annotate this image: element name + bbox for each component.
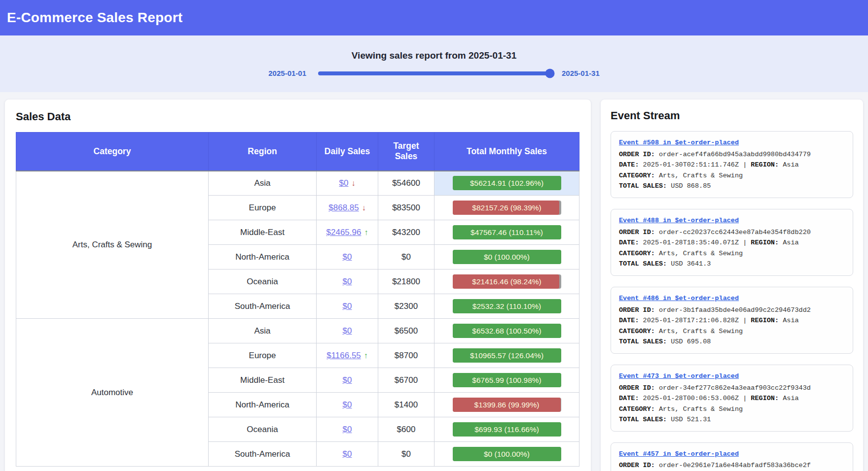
sales-table: CategoryRegionDaily SalesTarget SalesTot…: [16, 132, 579, 467]
sales-table-head-row: CategoryRegionDaily SalesTarget SalesTot…: [16, 133, 579, 171]
monthly-total-badge: $0 (100.00%): [453, 250, 561, 264]
date-slider[interactable]: [318, 71, 550, 75]
column-header: Target Sales: [378, 133, 434, 171]
daily-sales-link[interactable]: $0: [343, 375, 352, 385]
region-cell: Asia: [209, 171, 317, 196]
monthly-total-cell: $0 (100.00%): [434, 442, 579, 467]
event-field-label: DATE:: [619, 395, 639, 402]
event-line: CATEGORY: Arts, Crafts & Sewing: [619, 248, 845, 259]
monthly-total-cell: $0 (100.00%): [434, 245, 579, 269]
target-sales-cell: $54600: [378, 171, 434, 196]
daily-sales-cell: $2465.96↑: [317, 220, 378, 245]
daily-sales-cell: $0: [317, 417, 378, 442]
monthly-total-cell: $56214.91 (102.96%): [434, 171, 579, 196]
event-line: ORDER ID: order-cc20237cc62443ee87ab4e35…: [619, 227, 845, 238]
daily-sales-link[interactable]: $0: [339, 178, 349, 188]
sales-data-panel: Sales Data CategoryRegionDaily SalesTarg…: [5, 100, 591, 471]
sales-panel-title: Sales Data: [16, 110, 580, 123]
daily-sales-link[interactable]: $0: [343, 326, 352, 336]
daily-sales-cell: $0: [317, 393, 378, 417]
daily-sales-link[interactable]: $0: [343, 252, 352, 262]
event-field-label: TOTAL SALES:: [619, 182, 667, 190]
event-link[interactable]: Event #473 in $et-order-placed: [619, 371, 739, 382]
daily-sales-link[interactable]: $0: [343, 277, 352, 286]
slider-heading: Viewing sales report from 2025-01-31: [352, 50, 516, 61]
daily-sales-link[interactable]: $0: [343, 425, 352, 434]
event-field-label: DATE:: [619, 317, 639, 324]
target-sales-cell: $43200: [378, 220, 434, 245]
daily-sales-link[interactable]: $0: [343, 449, 352, 459]
arrow-up-icon: ↑: [364, 351, 368, 360]
event-line: TOTAL SALES: USD 3641.3: [619, 259, 845, 269]
region-cell: North-America: [209, 393, 317, 417]
daily-sales-link[interactable]: $2465.96: [326, 228, 362, 237]
slider-thumb[interactable]: [545, 68, 555, 78]
monthly-total-badge: $1399.86 (99.99%): [453, 398, 561, 412]
monthly-total-badge: $0 (100.00%): [453, 447, 561, 461]
region-cell: South-America: [209, 442, 317, 467]
event-line: ORDER ID: order-3b1faad35bde4e06ad99c2c2…: [619, 305, 845, 316]
target-sales-cell: $8700: [378, 343, 434, 368]
event-field-label: DATE:: [619, 239, 639, 246]
date-slider-section: Viewing sales report from 2025-01-31 202…: [0, 35, 868, 92]
monthly-total-badge: $56214.91 (102.96%): [453, 176, 561, 190]
app-header: E-Commerce Sales Report: [0, 0, 868, 35]
region-cell: Middle-East: [209, 368, 317, 393]
event-field-label: CATEGORY:: [619, 172, 655, 179]
event-link[interactable]: Event #457 in $et-order-placed: [619, 449, 739, 460]
event-line: TOTAL SALES: USD 695.08: [619, 336, 845, 347]
event-list: Event #508 in $et-order-placedORDER ID: …: [611, 131, 853, 471]
event-link[interactable]: Event #488 in $et-order-placed: [619, 215, 739, 226]
daily-sales-link[interactable]: $1166.55: [326, 351, 361, 360]
event-line: CATEGORY: Arts, Crafts & Sewing: [619, 404, 845, 415]
event-field-label: TOTAL SALES:: [619, 338, 667, 345]
table-row: Arts, Crafts & SewingAsia$0↓$54600$56214…: [16, 171, 579, 196]
monthly-total-badge: $47567.46 (110.11%): [453, 225, 561, 239]
event-field-label: REGION:: [751, 161, 779, 168]
monthly-total-badge: $6765.99 (100.98%): [453, 373, 561, 387]
badge-label: $82157.26 (98.39%): [453, 201, 561, 215]
event-link[interactable]: Event #508 in $et-order-placed: [619, 137, 739, 148]
badge-label: $2532.32 (110.10%): [453, 299, 561, 313]
daily-sales-link[interactable]: $868.85: [328, 203, 359, 212]
event-line: DATE: 2025-01-28T17:21:06.828Z | REGION:…: [619, 315, 845, 326]
arrow-up-icon: ↑: [364, 228, 368, 236]
event-line: DATE: 2025-01-28T18:35:40.071Z | REGION:…: [619, 237, 845, 248]
target-sales-cell: $600: [378, 417, 434, 442]
event-panel-title: Event Stream: [611, 109, 853, 122]
region-cell: Europe: [209, 196, 317, 220]
event-card: Event #508 in $et-order-placedORDER ID: …: [611, 131, 853, 198]
target-sales-cell: $6500: [378, 319, 434, 343]
monthly-total-badge: $2532.32 (110.10%): [453, 299, 561, 313]
target-sales-cell: $83500: [378, 196, 434, 220]
event-line: CATEGORY: Arts, Crafts & Sewing: [619, 170, 845, 181]
monthly-total-cell: $10965.57 (126.04%): [434, 343, 579, 368]
event-line: CATEGORY: Arts, Crafts & Sewing: [619, 326, 845, 337]
main-content: Sales Data CategoryRegionDaily SalesTarg…: [0, 92, 868, 471]
event-field-label: REGION:: [751, 317, 779, 324]
daily-sales-link[interactable]: $0: [343, 400, 352, 409]
event-field-label: DATE:: [619, 161, 639, 168]
daily-sales-cell: $1166.55↑: [317, 343, 378, 368]
event-line: ORDER ID: order-acef4fa66bd945a3abdd9980…: [619, 149, 845, 160]
event-card: Event #473 in $et-order-placedORDER ID: …: [611, 365, 853, 432]
target-sales-cell: $1400: [378, 393, 434, 417]
target-sales-cell: $0: [378, 245, 434, 269]
event-line: TOTAL SALES: USD 521.31: [619, 414, 845, 425]
event-field-label: REGION:: [751, 239, 779, 246]
event-field-label: ORDER ID:: [619, 462, 655, 469]
column-header: Total Monthly Sales: [434, 133, 579, 171]
event-line: ORDER ID: order-0e2961e71a6e484abfadf583…: [619, 460, 845, 471]
region-cell: Oceania: [209, 269, 317, 294]
page-title: E-Commerce Sales Report: [7, 10, 182, 26]
monthly-total-cell: $47567.46 (110.11%): [434, 220, 579, 245]
target-sales-cell: $0: [378, 442, 434, 467]
region-cell: South-America: [209, 294, 317, 319]
badge-label: $47567.46 (110.11%): [453, 225, 561, 239]
event-line: TOTAL SALES: USD 868.85: [619, 181, 845, 192]
monthly-total-badge: $10965.57 (126.04%): [453, 348, 561, 363]
monthly-total-cell: $1399.86 (99.99%): [434, 393, 579, 417]
daily-sales-link[interactable]: $0: [343, 302, 352, 311]
event-link[interactable]: Event #486 in $et-order-placed: [619, 293, 739, 304]
badge-label: $0 (100.00%): [453, 447, 561, 461]
